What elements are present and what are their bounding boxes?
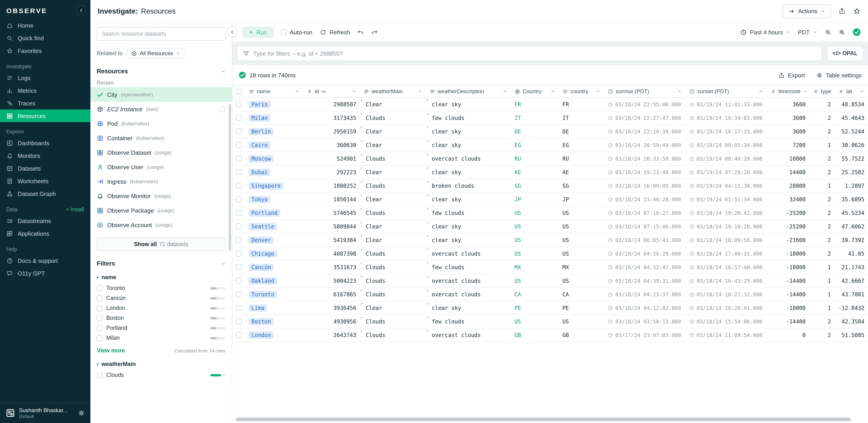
checkbox[interactable]: [97, 295, 103, 301]
row-checkbox[interactable]: [236, 156, 242, 162]
time-range-dropdown[interactable]: Past 4 hours: [740, 29, 791, 35]
sidebar-item-datastreams[interactable]: Datastreams: [0, 215, 90, 227]
cell-name[interactable]: London: [245, 329, 303, 342]
column-header-weatherdescription[interactable]: weatherDescription: [426, 85, 511, 97]
refresh-button[interactable]: Refresh: [319, 29, 350, 35]
checkbox[interactable]: [97, 335, 103, 341]
column-header-weathermain[interactable]: weatherMain: [360, 85, 426, 97]
name-link[interactable]: Singapore: [249, 182, 283, 189]
row-checkbox[interactable]: [236, 264, 242, 270]
dataset-item-observe-user[interactable]: Observe User(usage): [90, 160, 232, 174]
cell-name[interactable]: Cairo: [245, 138, 303, 151]
checkbox[interactable]: [97, 285, 103, 291]
filter-group-name[interactable]: ▾name: [97, 274, 225, 281]
column-header-type[interactable]: #type: [809, 85, 835, 97]
opal-button[interactable]: </> OPAL: [827, 46, 864, 61]
sidebar-item-quick-find[interactable]: Quick find: [0, 32, 90, 44]
column-header-id[interactable]: #id: [303, 85, 360, 97]
cell-name[interactable]: Singapore: [245, 179, 303, 192]
cell-name[interactable]: Paris: [245, 98, 303, 111]
foreign-key-link[interactable]: CA: [515, 291, 521, 298]
filter-option-london[interactable]: London: [90, 303, 232, 313]
row-checkbox[interactable]: [236, 237, 242, 243]
sidebar-item-o11y-gpt[interactable]: O11y GPT: [0, 267, 90, 280]
dataset-item-pod[interactable]: Pod(kubernetes): [90, 116, 232, 131]
sidebar-collapse-button[interactable]: [76, 5, 86, 15]
cell-name[interactable]: Milan: [245, 111, 303, 124]
name-link[interactable]: Berlin: [249, 128, 274, 135]
show-all-datasets-button[interactable]: Show all 71 datasets: [97, 237, 225, 251]
name-link[interactable]: Chicago: [249, 250, 277, 257]
row-checkbox[interactable]: [236, 332, 242, 338]
filter-input[interactable]: [253, 50, 816, 57]
name-link[interactable]: Oakland: [249, 277, 277, 284]
name-link[interactable]: Tokyo: [249, 196, 270, 203]
row-checkbox[interactable]: [236, 305, 242, 311]
dataset-item-container[interactable]: Container(kubernetes): [90, 131, 232, 145]
foreign-key-link[interactable]: PE: [515, 305, 521, 311]
foreign-key-link[interactable]: US: [515, 237, 521, 243]
sidebar-item-dashboards[interactable]: Dashboards: [0, 137, 90, 149]
name-link[interactable]: Paris: [249, 101, 270, 108]
row-checkbox[interactable]: [236, 224, 242, 229]
sidebar-item-monitors[interactable]: Monitors: [0, 149, 90, 162]
sidebar-item-docs-support[interactable]: Docs & support: [0, 254, 90, 267]
name-link[interactable]: London: [249, 331, 274, 339]
column-header-country[interactable]: Country: [511, 85, 559, 97]
export-button[interactable]: Export: [778, 72, 805, 79]
filter-option-boston[interactable]: Boston: [90, 313, 232, 323]
dataset-item-observe-package[interactable]: Observe Package(usage): [90, 203, 232, 218]
cell-name[interactable]: Dubai: [245, 166, 303, 179]
row-checkbox[interactable]: [236, 183, 242, 189]
vertical-scrollbar[interactable]: [229, 104, 231, 251]
cell-name[interactable]: Boston: [245, 315, 303, 328]
filter-group-weathermain[interactable]: ▾weatherMain: [97, 361, 225, 367]
dataset-item-ec2-instance[interactable]: EC2 Instance(aws): [90, 102, 232, 116]
foreign-key-link[interactable]: AE: [515, 169, 521, 175]
sidebar-item-dataset-graph[interactable]: Dataset Graph: [0, 187, 90, 200]
dataset-item-ingress[interactable]: Ingress(kubernetes): [90, 174, 232, 189]
cell-name[interactable]: Chicago: [245, 247, 303, 260]
search-input[interactable]: [97, 27, 225, 41]
cell-name[interactable]: Berlin: [245, 125, 303, 138]
user-block[interactable]: Sushanth Bhaskar... Default: [0, 403, 90, 423]
sidebar-item-datasets[interactable]: Datasets: [0, 162, 90, 175]
sidebar-item-worksheets[interactable]: Worksheets: [0, 175, 90, 187]
filter-option-canc-n[interactable]: Cancún: [90, 293, 232, 303]
checkbox[interactable]: [281, 29, 287, 35]
name-link[interactable]: Denver: [249, 236, 274, 244]
foreign-key-link[interactable]: JP: [515, 196, 521, 202]
row-checkbox[interactable]: [236, 251, 242, 256]
column-header-timezone[interactable]: #timezone: [767, 85, 809, 97]
share-icon[interactable]: [838, 7, 846, 15]
name-link[interactable]: Portland: [249, 209, 280, 217]
name-link[interactable]: Dubai: [249, 169, 270, 176]
name-link[interactable]: Cairo: [249, 141, 270, 149]
cell-name[interactable]: Moscow: [245, 152, 303, 165]
foreign-key-link[interactable]: DE: [515, 128, 521, 135]
collapse-panel-button[interactable]: [227, 27, 238, 37]
name-link[interactable]: Seattle: [249, 223, 277, 230]
filter-option-toronto[interactable]: Toronto: [90, 283, 232, 293]
horizontal-scrollbar[interactable]: [236, 418, 851, 421]
filter-option-clouds[interactable]: Clouds: [90, 370, 232, 380]
name-link[interactable]: Moscow: [249, 155, 274, 162]
resources-section-header[interactable]: Resources: [97, 68, 225, 75]
cell-name[interactable]: Cancún: [245, 261, 303, 274]
checkbox[interactable]: [97, 325, 103, 331]
table-settings-button[interactable]: Table settings: [816, 72, 862, 79]
filter-option-portland[interactable]: Portland: [90, 323, 232, 333]
foreign-key-link[interactable]: US: [515, 223, 521, 230]
sidebar-item-favorites[interactable]: Favorites: [0, 44, 90, 57]
foreign-key-link[interactable]: IT: [515, 115, 521, 121]
cell-name[interactable]: Denver: [245, 233, 303, 247]
column-header-country[interactable]: country: [559, 85, 604, 97]
sidebar-item-traces[interactable]: Traces: [0, 97, 90, 110]
foreign-key-link[interactable]: EG: [515, 142, 521, 148]
row-checkbox[interactable]: [236, 210, 242, 216]
related-to-dropdown[interactable]: All Resources: [126, 48, 185, 59]
foreign-key-link[interactable]: US: [515, 210, 521, 216]
cell-name[interactable]: Seattle: [245, 220, 303, 233]
dataset-item-city[interactable]: City(openweather): [90, 87, 232, 102]
sidebar-item-applications[interactable]: Applications: [0, 227, 90, 240]
